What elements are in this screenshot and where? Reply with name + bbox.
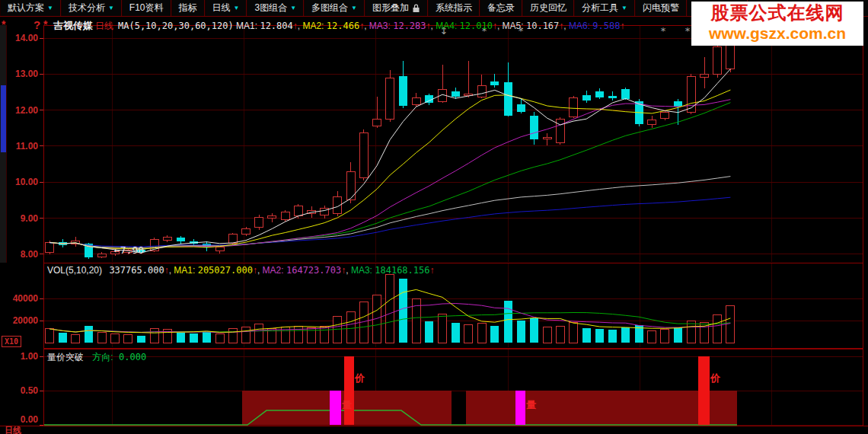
ma-item-value: 12.010 (460, 21, 493, 31)
ma-values: MA1: 12.804↑, MA2: 12.466↑, MA3: 12.283↑… (236, 21, 624, 31)
menu-item-8[interactable]: 图形叠加 (365, 0, 428, 16)
menu-item-label: 技术分析 (69, 2, 105, 14)
price-breakout-bar (344, 356, 354, 425)
menu-item-13[interactable]: 闪电预警 (635, 0, 687, 16)
status-bar: 日线 (0, 426, 868, 434)
chart-header: 吉视传媒日线MA(5,10,20,30,60,120) MA1: 12.804↑… (53, 19, 624, 33)
dropdown-caret-icon: ▼ (234, 5, 240, 11)
indicator-name[interactable]: 量价突破 (47, 352, 84, 362)
price-axis-label: 8.00 (0, 249, 38, 260)
menu-item-label: 默认方案 (8, 2, 44, 14)
menu-item-5[interactable]: 日线▼ (205, 0, 247, 16)
price-axis-label: 14.00 (0, 33, 38, 43)
signal-mark-icon: * (661, 25, 666, 37)
price-axis-label: 13.00 (0, 69, 38, 79)
indicator-header: 量价突破 方向: 0.000 (47, 351, 146, 364)
menu-item-12[interactable]: 分析工具▼ (574, 0, 635, 16)
ma-item-value: 10.167 (526, 21, 559, 31)
indicator-axis-label: 1.00 (0, 351, 38, 362)
ma-item-label: MA1: (174, 265, 197, 276)
volume-axis-multiplier: X10 (2, 336, 21, 347)
lock-icon (412, 4, 420, 13)
chart-area[interactable]: 价价量量←7.90↕**** (0, 0, 868, 434)
indicator-axis-label: 0.50 (0, 385, 38, 396)
stock-name: 吉视传媒 (53, 20, 93, 31)
price-axis-label: 11.00 (0, 141, 38, 152)
dropdown-caret-icon: ▼ (290, 5, 296, 11)
ma-item-value: 12.466 (327, 21, 359, 31)
watermark: 股票公式在线网 www.gszx.com.cn (691, 2, 863, 46)
indicator-band (466, 391, 737, 425)
volume-header: VOL(5,10,20) 337765.000↑, MA1: 205027.00… (47, 265, 434, 276)
volume-ma-values: MA1: 205027.000↑, MA2: 164723.703↑, MA3:… (174, 265, 434, 276)
volume-label: VOL(5,10,20) (47, 265, 102, 276)
menu-item-3[interactable]: F10资料 (122, 0, 171, 16)
ma-item-label: MA3: (349, 265, 375, 276)
signal-mark-icon: * (685, 25, 691, 37)
volume-axis-label: 40000 (0, 293, 38, 304)
price-breakout-bar (698, 356, 710, 425)
price-breakout-marker: 价 (354, 372, 365, 384)
dropdown-caret-icon: ▼ (351, 5, 357, 11)
menu-item-2[interactable]: 技术分析▼ (61, 0, 122, 16)
menu-item-7[interactable]: 多图组合▼ (304, 0, 365, 16)
menu-item-label: 历史回忆 (530, 2, 566, 14)
direction-value: 0.000 (119, 352, 146, 362)
help-icon[interactable]: ? (34, 18, 40, 31)
ma-item-value: 184168.156 (375, 265, 429, 276)
volume-breakout-marker: 量 (342, 399, 352, 410)
menu-item-11[interactable]: 历史回忆 (522, 0, 574, 16)
menu-item-label: 3图组合 (254, 2, 287, 14)
ma-item-label: MA4: (433, 21, 460, 31)
indicator-axis-label: 0.00 (0, 414, 38, 425)
price-axis-label: 10.00 (0, 177, 38, 187)
ma-item-value: 9.588 (592, 21, 620, 31)
ma-settings-label: MA(5,10,20,30,60,120) (118, 21, 234, 31)
menu-item-label: 备忘录 (487, 2, 515, 14)
lowest-price-label: ←7.90 (114, 244, 144, 256)
menu-item-label: 系统指示 (436, 2, 472, 14)
volume-breakout-marker: 量 (526, 399, 536, 410)
menu-item-label: 图形叠加 (372, 2, 409, 14)
up-arrow-icon: ↑ (429, 265, 434, 276)
price-breakout-marker: 价 (710, 372, 721, 384)
menu-item-1[interactable]: 默认方案▼ (0, 0, 61, 16)
menu-item-label: 指标 (179, 2, 197, 14)
period-label[interactable]: 日线 (95, 21, 113, 31)
ma-item-value: 164723.703 (286, 265, 341, 276)
menu-item-label: 分析工具 (582, 2, 618, 14)
direction-label: 方向: (92, 352, 113, 362)
menu-item-6[interactable]: 3图组合▼ (247, 0, 304, 16)
ma-item-label: MA1: (236, 21, 260, 31)
watermark-url: www.gszx.com.cn (691, 24, 863, 43)
ma-item-label: MA2: (260, 265, 286, 276)
ma-item-value: 12.804 (260, 21, 292, 31)
volume-breakout-bar (515, 391, 525, 425)
ma-item-label: MA6: (566, 21, 593, 31)
menu-item-label: 闪电预警 (643, 2, 679, 14)
dropdown-caret-icon: ▼ (47, 5, 53, 11)
ma-item-value: 205027.000 (198, 265, 253, 276)
menu-item-label: 多图组合 (311, 2, 348, 14)
watermark-site-name: 股票公式在线网 (691, 2, 863, 24)
menu-item-label: 日线 (212, 2, 231, 14)
dropdown-caret-icon: ▼ (621, 5, 627, 11)
menu-item-10[interactable]: 备忘录 (480, 0, 522, 16)
menu-item-9[interactable]: 系统指示 (428, 0, 480, 16)
menu-item-4[interactable]: 指标 (171, 0, 205, 16)
ma-item-label: MA2: (300, 21, 327, 31)
gear-icon[interactable]: * (2, 18, 5, 30)
ma-item-label: MA3: (367, 21, 394, 31)
volume-breakout-bar (330, 391, 341, 425)
price-axis-label: 9.00 (0, 213, 38, 224)
ma-item-label: MA5: (499, 21, 526, 31)
indicator-gear-icon[interactable]: * (43, 18, 47, 30)
volume-current-value: 337765.000 (109, 265, 164, 276)
status-period-label[interactable]: 日线 (5, 426, 21, 434)
app-window: 价价量量←7.90↕**** 默认方案▼技术分析▼F10资料指标日线▼3图组合▼… (0, 0, 868, 434)
menu-item-label: F10资料 (129, 2, 164, 14)
ma-item-value: 12.283 (393, 21, 426, 31)
volume-axis-label: 20000 (0, 315, 38, 326)
price-axis-label: 12.00 (0, 105, 38, 116)
up-arrow-icon: ↑ (620, 21, 624, 31)
